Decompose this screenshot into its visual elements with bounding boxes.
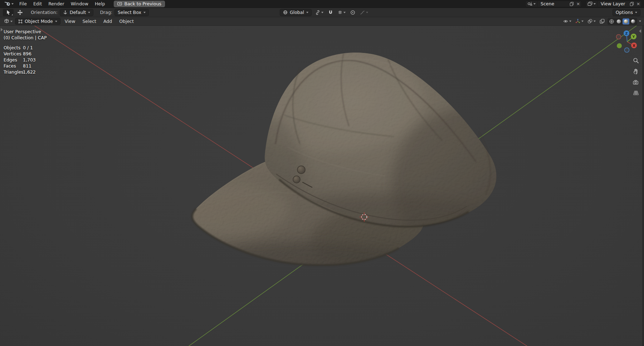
object-visibility-dropdown[interactable] <box>562 18 572 25</box>
shading-wireframe-icon <box>609 19 614 24</box>
select-tweak-tool-icon <box>6 10 11 15</box>
shading-rendered-button[interactable] <box>630 18 636 24</box>
stat-label: Edges <box>4 57 23 63</box>
menu-render[interactable]: Render <box>45 0 68 8</box>
chevron-down-icon <box>594 3 596 5</box>
viewport-canvas <box>0 26 644 346</box>
snap-toggle-button[interactable] <box>327 9 334 16</box>
camera-icon <box>633 79 639 85</box>
back-to-previous-button[interactable]: Back to Previous <box>114 1 165 7</box>
blender-window: File Edit Render Window Help Back to Pre… <box>0 0 644 346</box>
mode-dropdown[interactable]: Object Mode <box>15 18 60 25</box>
pan-tool-button[interactable] <box>632 67 640 75</box>
menu-add[interactable]: Add <box>101 18 115 25</box>
view-layer-remove-button[interactable]: × <box>635 1 641 7</box>
show-overlays-dropdown[interactable] <box>586 18 597 25</box>
increment-snap-icon <box>338 10 342 15</box>
blender-app-menu[interactable] <box>2 0 16 8</box>
orientation-axis-icon <box>63 10 68 15</box>
menu-select[interactable]: Select <box>79 18 99 25</box>
sidebar-edge-strip[interactable] <box>642 26 644 346</box>
gizmo-axis-y-positive[interactable]: Y <box>631 34 636 39</box>
shading-material-button[interactable] <box>623 18 629 24</box>
stat-row-triangles: Triangles 1,622 <box>4 69 47 75</box>
stat-label: Vertices <box>4 51 23 57</box>
gizmo-axis-z-positive[interactable]: Z <box>624 30 629 36</box>
gizmo-axis-x-positive[interactable]: X <box>631 43 637 48</box>
move-arrows-icon <box>17 10 23 15</box>
stat-label: Faces <box>4 63 23 69</box>
chevron-down-icon <box>343 12 346 13</box>
orientation-dropdown[interactable]: Default <box>60 9 94 16</box>
scene-statistics: Objects 0 / 1 Vertices 896 Edges 1,703 F… <box>4 45 47 75</box>
chevron-down-icon <box>321 12 323 13</box>
editor-type-dropdown[interactable] <box>3 18 14 25</box>
stat-row-vertices: Vertices 896 <box>4 51 47 57</box>
toggle-orthographic-button[interactable] <box>632 89 640 97</box>
proportional-editing-icon <box>350 10 355 15</box>
zoom-tool-button[interactable] <box>632 56 640 64</box>
shading-mode-group <box>608 18 637 25</box>
view-layer-new-button[interactable] <box>629 1 635 7</box>
scene-unlink-button[interactable]: × <box>575 1 581 7</box>
stat-value: 1,703 <box>23 57 36 63</box>
show-gizmos-dropdown[interactable] <box>574 18 585 25</box>
magnet-icon <box>328 10 333 15</box>
transform-orientation-value: Global <box>290 10 304 15</box>
gizmo-axis-y-negative[interactable] <box>617 43 622 48</box>
global-orientation-icon <box>283 10 288 15</box>
back-button-label: Back to Previous <box>124 1 161 6</box>
proportional-editing-toggle[interactable] <box>349 9 356 16</box>
menu-object[interactable]: Object <box>116 18 137 25</box>
xray-icon <box>600 19 605 24</box>
shading-solid-button[interactable] <box>615 18 622 24</box>
duplicate-icon <box>630 2 634 6</box>
menu-edit[interactable]: Edit <box>30 0 45 8</box>
shading-rendered-icon <box>630 19 636 24</box>
view-layer-name-field[interactable]: View Layer <box>598 1 629 6</box>
view-layer-browse-button[interactable] <box>586 1 598 7</box>
chevron-down-icon <box>533 3 536 5</box>
drag-dropdown[interactable]: Select Box <box>114 9 149 16</box>
snap-target-dropdown[interactable] <box>314 9 325 16</box>
topbar: File Edit Render Window Help Back to Pre… <box>0 0 644 8</box>
sidebar-expand-arrow[interactable] <box>639 29 641 33</box>
shading-wireframe-button[interactable] <box>608 18 615 24</box>
stat-value: 1,622 <box>23 69 36 75</box>
shading-dropdown-chevron[interactable] <box>639 21 641 22</box>
orientation-label: Orientation: <box>31 10 58 15</box>
orientation-value: Default <box>70 10 86 15</box>
blender-logo-icon <box>5 1 10 6</box>
active-collection-label: (0) Collection | CAP <box>4 35 47 41</box>
options-dropdown[interactable]: Options <box>613 9 640 16</box>
stat-value: 896 <box>23 51 31 57</box>
active-tool-button[interactable] <box>3 9 14 16</box>
viewport-editor-icon <box>4 19 9 24</box>
scene-new-button[interactable] <box>569 1 575 7</box>
scene-browse-button[interactable] <box>526 1 538 7</box>
overlays-icon <box>587 19 592 24</box>
eye-icon <box>563 19 568 24</box>
menu-file[interactable]: File <box>16 0 30 8</box>
transform-orientation-dropdown[interactable]: Global <box>280 9 312 16</box>
menu-window[interactable]: Window <box>68 0 92 8</box>
svg-text:Y: Y <box>632 35 635 39</box>
viewport-3d[interactable]: User Perspective (0) Collection | CAP Ob… <box>0 26 644 346</box>
menu-view[interactable]: View <box>62 18 78 25</box>
camera-view-button[interactable] <box>632 78 640 86</box>
xray-toggle[interactable] <box>599 18 606 25</box>
toolbar-expand-arrow[interactable] <box>1 28 3 31</box>
snap-settings-dropdown[interactable] <box>337 9 347 15</box>
chevron-down-icon <box>569 21 571 22</box>
navigation-gizmo[interactable]: Z Y X <box>610 29 638 56</box>
move-tool-button[interactable] <box>16 9 24 16</box>
scene-name-field[interactable]: Scene <box>538 1 569 6</box>
menu-help[interactable]: Help <box>92 0 108 8</box>
cap-model[interactable] <box>168 45 549 285</box>
shading-material-icon <box>623 19 629 24</box>
gizmo-axis-x-negative[interactable] <box>616 35 621 39</box>
gizmo-axis-z-negative[interactable] <box>625 48 629 53</box>
tool-settings-bar: Orientation: Default Drag: Select Box <box>0 8 644 17</box>
stat-label: Objects <box>4 45 23 51</box>
proportional-falloff-dropdown[interactable] <box>359 9 369 16</box>
